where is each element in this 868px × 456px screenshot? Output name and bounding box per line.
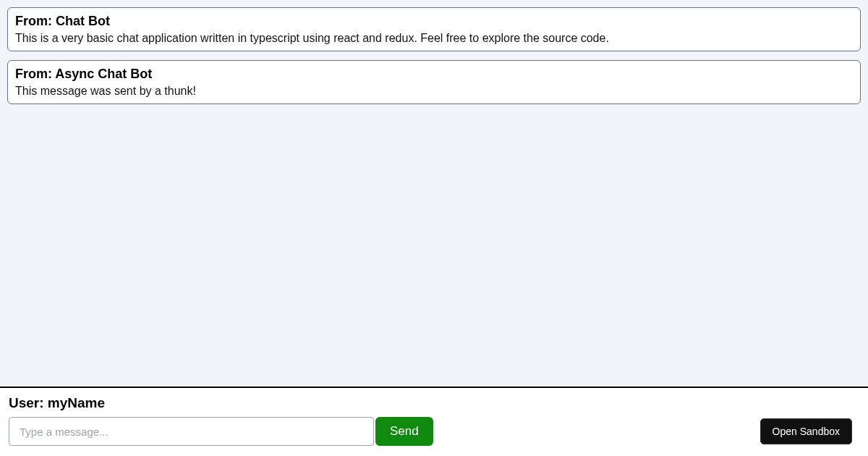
message-card: From: Chat Bot This is a very basic chat… xyxy=(7,7,861,51)
from-name: Async Chat Bot xyxy=(55,67,152,81)
message-from: From: Chat Bot xyxy=(15,14,853,29)
user-name: myName xyxy=(48,395,105,410)
message-from: From: Async Chat Bot xyxy=(15,67,853,82)
message-card: From: Async Chat Bot This message was se… xyxy=(7,60,861,104)
composer-row: Send xyxy=(9,417,859,446)
message-input[interactable] xyxy=(9,417,374,446)
messages-area: From: Chat Bot This is a very basic chat… xyxy=(0,0,868,387)
message-body: This message was sent by a thunk! xyxy=(15,85,853,98)
message-body: This is a very basic chat application wr… xyxy=(15,32,853,45)
composer-bar: User: myName Send Open Sandbox xyxy=(0,387,868,456)
user-label: User: myName xyxy=(9,395,859,411)
from-name: Chat Bot xyxy=(56,14,110,28)
from-prefix: From: xyxy=(15,67,55,81)
send-button[interactable]: Send xyxy=(375,417,433,446)
open-sandbox-button[interactable]: Open Sandbox xyxy=(760,418,852,444)
from-prefix: From: xyxy=(15,14,56,28)
user-prefix: User: xyxy=(9,395,48,410)
